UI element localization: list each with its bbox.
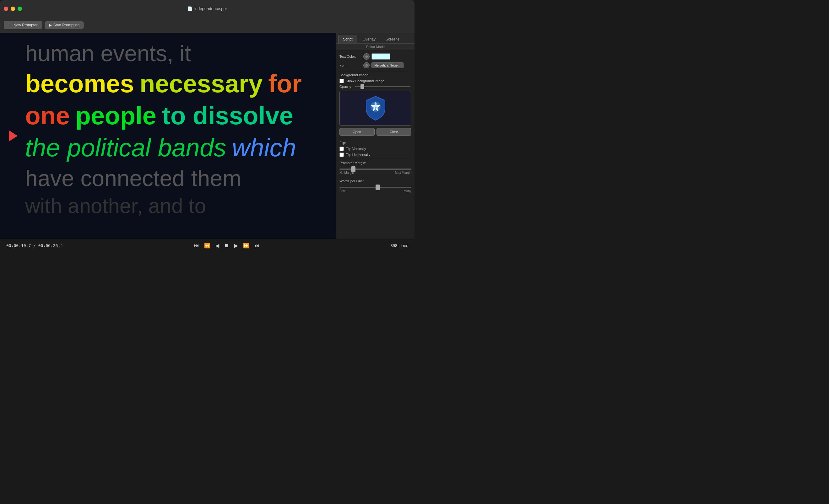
minimize-button[interactable]: [11, 7, 15, 11]
shield-svg-icon: [365, 96, 387, 121]
close-button[interactable]: [4, 7, 8, 11]
svg-point-4: [374, 107, 376, 109]
time-separator: /: [33, 243, 38, 248]
flip-vertically-checkbox[interactable]: [339, 147, 344, 151]
play-position-indicator: [9, 130, 17, 142]
opacity-row: Opacity: [339, 85, 411, 88]
prompter-text: human events, it becomes necessary for o…: [0, 33, 336, 225]
transport-controls: ⏮ ⏪ ◀ ⏹ ▶ ⏩ ⏭: [193, 241, 261, 250]
opacity-thumb: [360, 84, 364, 89]
prompter-line-5: have connected them: [25, 164, 317, 192]
text-color-row: Text Color: ∅: [339, 53, 411, 60]
background-image-title: Background Image:: [339, 73, 411, 77]
new-prompter-button[interactable]: ＋ New Prompter: [4, 21, 42, 29]
font-select-button[interactable]: Helvetica Neue...: [371, 63, 403, 68]
flip-horizontally-checkbox[interactable]: [339, 153, 344, 157]
skip-to-end-button[interactable]: ⏭: [253, 242, 261, 250]
bg-image-preview: [339, 91, 411, 125]
time-display: 00:00:10.7 / 00:06:26.4: [6, 243, 63, 248]
rewind-button[interactable]: ⏪: [203, 241, 212, 250]
tab-bar: Script Overlay Screens: [336, 33, 414, 44]
divider-1: [339, 71, 411, 71]
opacity-slider[interactable]: [355, 86, 410, 87]
skip-to-start-button[interactable]: ⏮: [193, 242, 200, 250]
right-panel: Script Overlay Screens Editor Mode Text …: [336, 33, 414, 239]
words-per-line-slider-container: Few Many: [339, 187, 411, 193]
editor-mode-label: Editor Mode: [336, 44, 414, 50]
open-button[interactable]: Open: [339, 128, 374, 135]
fast-forward-button[interactable]: ⏩: [242, 241, 251, 250]
word-which: which: [232, 132, 296, 163]
word-for: for: [268, 68, 302, 100]
word-becomes: becomes: [25, 68, 134, 100]
word-to-dissolve: to dissolve: [162, 100, 293, 131]
few-label: Few: [339, 189, 346, 193]
prompter-line-4: the political bands which: [25, 132, 317, 163]
show-bg-image-row: Show Background Image: [339, 79, 411, 83]
maximize-button[interactable]: [17, 7, 22, 11]
plus-icon: ＋: [8, 22, 12, 28]
prompter-margin-thumb[interactable]: [351, 166, 356, 172]
flip-vertically-label: Flip Vertically: [346, 147, 366, 151]
many-label: Many: [404, 189, 411, 193]
tab-overlay[interactable]: Overlay: [358, 35, 380, 43]
prompter-margin-slider-container: No Margin Max Margin: [339, 168, 411, 175]
prompter-margin-track: [339, 168, 411, 170]
prompter-line-2: becomes necessary for: [25, 68, 317, 100]
flip-vertically-row: Flip Vertically: [339, 147, 411, 151]
flip-horizontally-row: Flip Horizontally: [339, 153, 411, 157]
max-margin-label: Max Margin: [395, 171, 411, 175]
prompter-area: human events, it becomes necessary for o…: [0, 33, 336, 239]
start-prompting-button[interactable]: ▶ Start Prompting: [45, 21, 84, 29]
font-row: Font: ∅ Helvetica Neue...: [339, 62, 411, 68]
words-per-line-title: Words per Line:: [339, 179, 411, 183]
play-button[interactable]: ▶: [233, 241, 239, 250]
arrow-icon: ▶: [49, 23, 52, 27]
words-per-line-thumb[interactable]: [375, 185, 380, 190]
word-necessary: necessary: [140, 68, 262, 100]
font-label: Font:: [339, 64, 361, 67]
file-icon: 📄: [187, 6, 192, 11]
bottom-bar: 00:00:10.7 / 00:06:26.4 ⏮ ⏪ ◀ ⏹ ▶ ⏩ ⏭ 39…: [0, 239, 414, 252]
prompter-line-1: human events, it: [25, 39, 317, 68]
words-per-line-track: [339, 187, 411, 188]
word-people: people: [75, 100, 156, 131]
text-color-circle-btn[interactable]: ∅: [363, 53, 370, 60]
opacity-label: Opacity: [339, 85, 351, 88]
main-layout: human events, it becomes necessary for o…: [0, 33, 414, 239]
clear-button[interactable]: Clear: [376, 128, 412, 135]
titlebar: 📄 independence.ppr: [0, 0, 414, 17]
prompter-margin-title: Prompter Margin:: [339, 161, 411, 165]
font-circle-btn[interactable]: ∅: [363, 62, 370, 68]
traffic-lights: [4, 7, 22, 11]
stop-button[interactable]: ⏹: [223, 242, 230, 250]
prompter-line-6: with another, and to: [25, 193, 317, 219]
show-bg-image-checkbox[interactable]: [339, 79, 344, 83]
divider-3: [339, 159, 411, 159]
flip-label: Flip:: [339, 141, 411, 145]
text-color-preview[interactable]: [371, 53, 390, 60]
divider-4: [339, 177, 411, 177]
time-total: 00:06:26.4: [38, 243, 63, 248]
word-the-political-bands: the political bands: [25, 132, 226, 163]
open-clear-btn-row: Open Clear: [339, 128, 411, 135]
show-bg-image-label: Show Background Image: [346, 79, 384, 83]
step-back-button[interactable]: ◀: [214, 241, 220, 250]
tab-screens[interactable]: Screens: [381, 35, 404, 43]
window-title: 📄 independence.ppr: [187, 6, 227, 11]
panel-content: Text Color: ∅ Font: ∅ Helvetica Neue... …: [336, 50, 414, 239]
text-color-label: Text Color:: [339, 54, 361, 59]
lines-count: 398 Lines: [391, 243, 408, 248]
word-one: one: [25, 100, 70, 131]
time-current: 00:00:10.7: [6, 243, 31, 248]
prompter-line-3: one people to dissolve: [25, 100, 317, 131]
flip-horizontally-label: Flip Horizontally: [346, 153, 370, 157]
prompter-margin-labels: No Margin Max Margin: [339, 171, 411, 175]
toolbar: ＋ New Prompter ▶ Start Prompting: [0, 17, 414, 33]
tab-script[interactable]: Script: [338, 35, 357, 43]
